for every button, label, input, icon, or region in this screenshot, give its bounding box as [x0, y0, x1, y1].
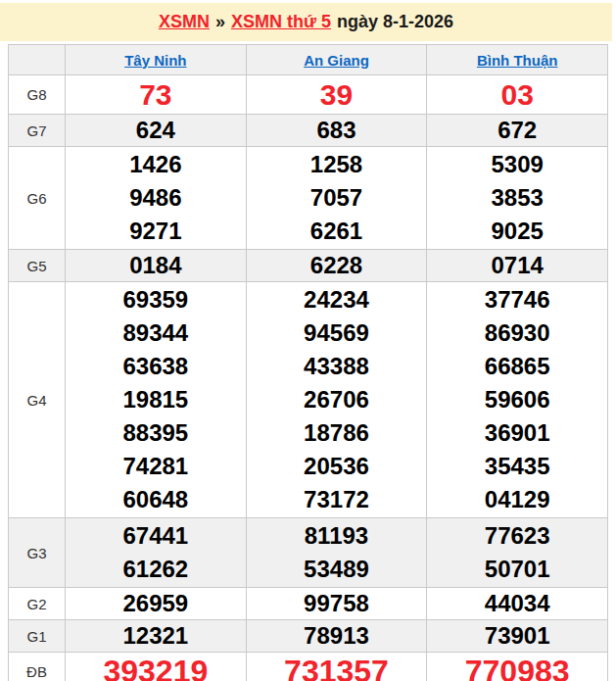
prize-cell: 12321 — [66, 620, 247, 653]
prize-cell: 683 — [246, 115, 427, 147]
prize-number: 43388 — [247, 350, 427, 383]
prize-number: 59606 — [427, 383, 607, 416]
prize-cell: 73901 — [427, 620, 608, 653]
corner-cell — [9, 45, 66, 75]
prize-number: 6261 — [247, 215, 427, 248]
prize-number: 20536 — [247, 450, 427, 483]
prize-row: G2269599975844034 — [9, 588, 608, 620]
prize-row: G3674416126281193534897762350701 — [9, 518, 608, 588]
prize-number: 39 — [247, 76, 427, 113]
draw-date-text: ngày 8-1-2026 — [337, 12, 453, 32]
prize-label: ĐB — [9, 653, 66, 681]
prize-row: G5018462280714 — [9, 250, 608, 282]
prize-number: 81193 — [247, 519, 427, 553]
prize-cell: 6744161262 — [66, 518, 247, 588]
prize-number: 67441 — [66, 519, 246, 553]
prize-cell: 78913 — [246, 620, 427, 653]
prize-label: G6 — [9, 147, 66, 250]
prize-cell: 125870576261 — [246, 147, 427, 250]
column-header-binh-thuan: Bình Thuận — [427, 45, 608, 75]
prize-number: 770983 — [427, 654, 607, 681]
province-link-an-giang[interactable]: An Giang — [304, 52, 369, 69]
prize-number: 89344 — [66, 316, 246, 350]
prize-number: 35435 — [427, 450, 607, 483]
prize-row: G7624683672 — [9, 115, 608, 147]
prize-number: 99758 — [247, 589, 427, 618]
prize-number: 393219 — [66, 654, 246, 681]
prize-number: 88395 — [66, 416, 246, 450]
prize-number: 73901 — [427, 621, 607, 651]
prize-cell: 99758 — [246, 588, 427, 620]
prize-label: G1 — [9, 620, 66, 653]
prize-number: 53489 — [247, 553, 427, 586]
prize-number: 672 — [427, 116, 607, 145]
prize-cell: 530938539025 — [427, 147, 608, 250]
province-link-binh-thuan[interactable]: Bình Thuận — [477, 52, 558, 69]
prize-number: 731357 — [247, 654, 427, 681]
prize-number: 12321 — [66, 621, 246, 651]
breadcrumb-separator: » — [215, 12, 225, 32]
prize-number: 03 — [427, 76, 607, 113]
prize-cell: 39 — [246, 75, 427, 115]
prize-number: 69359 — [66, 283, 246, 316]
prize-cell: 6228 — [246, 250, 427, 282]
prize-number: 1258 — [247, 148, 427, 181]
prize-cell: 69359893446363819815883957428160648 — [66, 282, 247, 518]
prize-cell: 7762350701 — [427, 518, 608, 588]
prize-number: 44034 — [427, 589, 607, 618]
results-table-container: Tây NinhAn GiangBình Thuận G8733903G7624… — [8, 44, 608, 681]
prize-number: 63638 — [66, 350, 246, 383]
prize-number: 60648 — [66, 483, 246, 516]
prize-number: 0184 — [66, 251, 246, 280]
prize-number: 74281 — [66, 450, 246, 483]
prize-number: 24234 — [247, 283, 427, 316]
prize-number: 26706 — [247, 383, 427, 416]
prize-number: 9486 — [66, 181, 246, 215]
prize-cell: 624 — [66, 115, 247, 147]
prize-number: 1426 — [66, 148, 246, 181]
prize-row: G1123217891373901 — [9, 620, 608, 653]
prize-cell: 142694869271 — [66, 147, 247, 250]
prize-cell: 24234945694338826706187862053673172 — [246, 282, 427, 518]
prize-number: 66865 — [427, 350, 607, 383]
prize-label: G7 — [9, 115, 66, 147]
prize-number: 61262 — [66, 553, 246, 586]
prize-cell: 770983 — [427, 653, 608, 681]
prize-number: 73172 — [247, 483, 427, 516]
prize-number: 683 — [247, 116, 427, 145]
prize-number: 624 — [66, 116, 246, 145]
prize-number: 9025 — [427, 215, 607, 248]
results-table-body: G8733903G7624683672G61426948692711258705… — [9, 75, 608, 681]
prize-cell: 73 — [66, 75, 247, 115]
prize-cell: 393219 — [66, 653, 247, 681]
prize-number: 18786 — [247, 416, 427, 450]
prize-label: G4 — [9, 282, 66, 518]
prize-row: ĐB393219731357770983 — [9, 653, 608, 681]
province-link-tay-ninh[interactable]: Tây Ninh — [124, 52, 186, 69]
prize-number: 04129 — [427, 483, 607, 516]
prize-number: 78913 — [247, 621, 427, 651]
prize-number: 19815 — [66, 383, 246, 416]
prize-label: G5 — [9, 250, 66, 282]
prize-label: G2 — [9, 588, 66, 620]
prize-cell: 26959 — [66, 588, 247, 620]
prize-number: 73 — [66, 76, 246, 113]
prize-number: 94569 — [247, 316, 427, 350]
column-header-tay-ninh: Tây Ninh — [66, 45, 247, 75]
page-title: XSMN » XSMN thứ 5 ngày 8-1-2026 — [0, 3, 612, 41]
prize-number: 37746 — [427, 283, 607, 316]
prize-cell: 37746869306686559606369013543504129 — [427, 282, 608, 518]
prize-number: 0714 — [427, 251, 607, 280]
column-header-row: Tây NinhAn GiangBình Thuận — [9, 45, 608, 75]
column-header-an-giang: An Giang — [246, 45, 427, 75]
breadcrumb-link-day[interactable]: XSMN thứ 5 — [231, 12, 331, 32]
prize-number: 36901 — [427, 416, 607, 450]
prize-cell: 8119353489 — [246, 518, 427, 588]
results-table: Tây NinhAn GiangBình Thuận G8733903G7624… — [8, 44, 608, 681]
prize-cell: 0714 — [427, 250, 608, 282]
prize-number: 77623 — [427, 519, 607, 553]
prize-cell: 0184 — [66, 250, 247, 282]
breadcrumb-link-xsmn[interactable]: XSMN — [159, 12, 210, 32]
prize-number: 86930 — [427, 316, 607, 350]
prize-number: 7057 — [247, 181, 427, 215]
